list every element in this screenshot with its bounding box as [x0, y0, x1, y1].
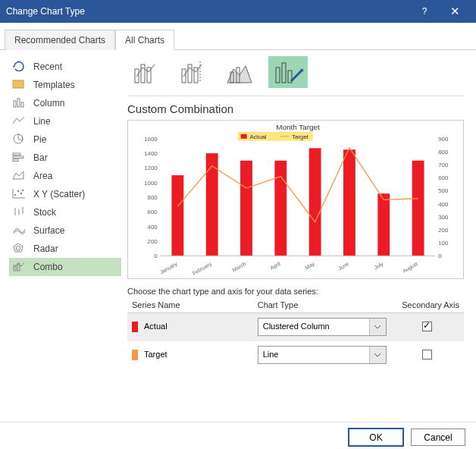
svg-text:July: July — [374, 261, 385, 271]
svg-text:800: 800 — [148, 194, 158, 201]
series-row-target[interactable]: TargetLine — [127, 341, 464, 369]
svg-text:700: 700 — [438, 162, 449, 168]
svg-rect-5 — [13, 153, 20, 155]
svg-text:Target: Target — [292, 133, 309, 140]
sidebar-item-label: Surface — [33, 225, 118, 236]
subtype-row — [127, 56, 464, 96]
svg-text:600: 600 — [148, 209, 158, 215]
sidebar-item-pie[interactable]: Pie — [9, 130, 121, 149]
sidebar-item-area[interactable]: Area — [9, 167, 121, 185]
sidebar-item-recent[interactable]: Recent — [9, 58, 121, 76]
series-row-actual[interactable]: ActualClustered Column — [127, 313, 464, 341]
svg-text:May: May — [304, 261, 316, 272]
sidebar-item-column[interactable]: Column — [9, 94, 121, 112]
col-series-name: Series Name — [127, 297, 253, 313]
chart-type-value: Line — [258, 347, 369, 363]
sidebar-item-bar[interactable]: Bar — [9, 149, 121, 167]
sidebar-item-label: Line — [33, 116, 118, 127]
svg-text:March: March — [231, 261, 246, 273]
svg-text:1400: 1400 — [144, 150, 158, 157]
chart-type-dropdown[interactable]: Clustered Column — [258, 318, 387, 336]
svg-text:900: 900 — [438, 136, 449, 143]
svg-text:0: 0 — [438, 253, 442, 259]
sidebar-item-line[interactable]: Line — [9, 112, 121, 130]
dialog-body: RecentTemplatesColumnLinePieBarAreaX Y (… — [0, 50, 476, 422]
sidebar-item-combo[interactable]: Combo — [9, 258, 121, 276]
scatter-icon — [12, 188, 26, 201]
sidebar-item-label: Column — [33, 98, 118, 108]
svg-rect-1 — [14, 101, 16, 107]
tab-recommended[interactable]: Recommended Charts — [5, 30, 115, 50]
chart-type-dropdown[interactable]: Line — [258, 346, 387, 364]
sidebar-item-label: Radar — [33, 243, 118, 254]
svg-point-12 — [22, 189, 23, 190]
series-swatch — [132, 350, 138, 360]
main-panel: Custom Combination Month TargetActualTar… — [121, 50, 476, 422]
svg-text:200: 200 — [438, 227, 449, 234]
svg-rect-21 — [141, 64, 145, 83]
sidebar-item-label: Area — [33, 171, 118, 181]
subtype-clustered-column-line-secondary[interactable] — [174, 56, 214, 88]
tab-all-charts[interactable]: All Charts — [115, 30, 174, 50]
close-button[interactable]: ✕ — [440, 0, 470, 23]
titlebar: Change Chart Type ? ✕ — [0, 0, 476, 23]
svg-marker-8 — [13, 171, 23, 179]
sidebar-item-radar[interactable]: Radar — [9, 240, 121, 258]
sidebar-item-stock[interactable]: Stock — [9, 203, 121, 221]
cancel-button[interactable]: Cancel — [411, 429, 465, 446]
svg-text:800: 800 — [438, 149, 449, 155]
pie-icon — [12, 133, 26, 146]
sidebar-item-surface[interactable]: Surface — [9, 221, 121, 240]
svg-rect-24 — [188, 64, 192, 83]
sidebar-item-label: Stock — [33, 207, 118, 218]
svg-text:1000: 1000 — [144, 180, 158, 187]
col-secondary-axis: Secondary Axis — [391, 297, 464, 313]
svg-rect-65 — [343, 149, 355, 256]
sidebar-item-label: Pie — [33, 134, 118, 145]
svg-text:0: 0 — [154, 253, 158, 259]
svg-text:1200: 1200 — [144, 165, 158, 171]
sidebar-item-label: X Y (Scatter) — [33, 189, 118, 199]
ok-button[interactable]: OK — [349, 429, 403, 446]
chart-category-list: RecentTemplatesColumnLinePieBarAreaX Y (… — [0, 50, 121, 422]
svg-marker-17 — [16, 246, 20, 250]
svg-rect-31 — [282, 63, 286, 83]
sidebar-item-label: Combo — [33, 262, 118, 272]
chevron-down-icon — [369, 319, 386, 335]
chart-type-value: Clustered Column — [258, 319, 369, 335]
series-table: Series Name Chart Type Secondary Axis Ac… — [127, 297, 464, 369]
surface-icon — [12, 224, 26, 237]
svg-rect-37 — [241, 134, 247, 139]
svg-line-33 — [291, 71, 302, 81]
section-title: Custom Combination — [127, 102, 464, 115]
svg-text:300: 300 — [438, 214, 449, 221]
subtype-custom-combination[interactable] — [268, 56, 308, 88]
svg-point-11 — [20, 192, 22, 193]
choose-series-label: Choose the chart type and axis for your … — [127, 287, 464, 296]
svg-point-9 — [14, 193, 16, 195]
col-chart-type: Chart Type — [253, 297, 391, 313]
svg-text:Month Target: Month Target — [276, 123, 320, 131]
secondary-axis-checkbox[interactable] — [422, 350, 432, 360]
dialog-footer: OK Cancel — [0, 422, 476, 449]
series-name-label: Target — [144, 350, 168, 359]
svg-text:100: 100 — [438, 240, 449, 246]
svg-rect-2 — [17, 99, 20, 107]
svg-text:400: 400 — [148, 224, 158, 231]
subtype-clustered-column-line[interactable] — [127, 56, 167, 88]
svg-rect-62 — [240, 161, 252, 256]
svg-rect-66 — [377, 193, 390, 256]
help-button[interactable]: ? — [409, 0, 440, 23]
combo-icon — [12, 261, 26, 274]
sidebar-item-scatter[interactable]: X Y (Scatter) — [9, 185, 121, 203]
svg-rect-6 — [13, 156, 23, 159]
sidebar-item-templates[interactable]: Templates — [9, 76, 121, 94]
svg-rect-30 — [276, 68, 280, 83]
dialog-title: Change Chart Type — [6, 6, 85, 17]
svg-text:400: 400 — [438, 201, 449, 208]
subtype-stacked-area-column[interactable] — [221, 56, 261, 88]
series-swatch — [132, 322, 138, 332]
svg-rect-64 — [309, 148, 321, 256]
svg-text:April: April — [269, 261, 281, 272]
secondary-axis-checkbox[interactable] — [422, 322, 432, 331]
